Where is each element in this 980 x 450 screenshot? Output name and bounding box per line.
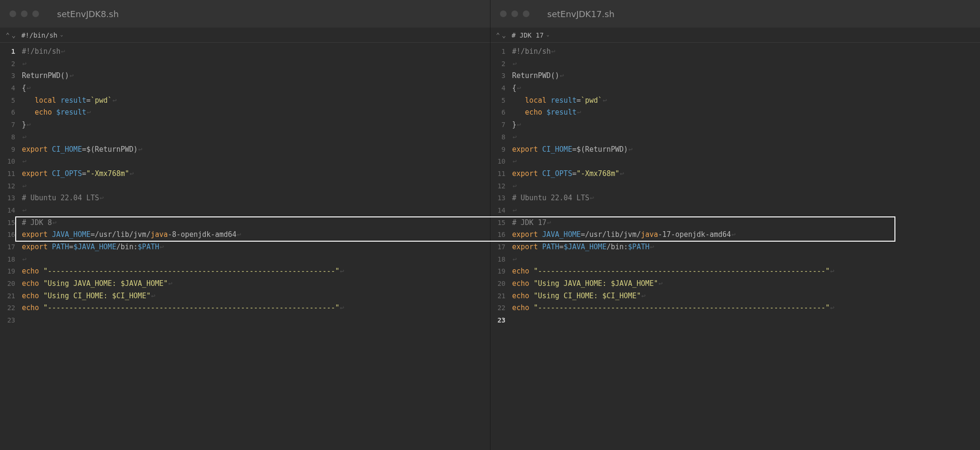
line-number: 19 — [0, 265, 15, 278]
code-editor[interactable]: 1234567891011121314151617181920212223#!/… — [490, 43, 980, 450]
code-line[interactable]: ↩ — [512, 180, 980, 193]
close-icon[interactable] — [500, 10, 507, 17]
line-number: 5 — [490, 95, 506, 107]
line-number-gutter: 1234567891011121314151617181920212223 — [490, 46, 512, 327]
code-line[interactable]: echo $result↩ — [512, 107, 980, 119]
code-line[interactable]: export CI_OPTS="-Xmx768m"↩ — [22, 168, 490, 180]
code-line[interactable]: export PATH=$JAVA_HOME/bin:$PATH↩ — [512, 241, 980, 254]
eol-icon: ↩ — [560, 71, 564, 80]
zoom-icon[interactable] — [523, 10, 529, 17]
eol-icon: ↩ — [830, 303, 835, 312]
code-line[interactable]: # JDK 8↩ — [22, 217, 490, 229]
code-line[interactable] — [512, 314, 980, 327]
code-line[interactable]: {↩ — [512, 82, 980, 95]
file-tab[interactable]: setEnvJDK17.sh — [548, 9, 615, 19]
line-number: 23 — [490, 314, 506, 327]
close-icon[interactable] — [10, 10, 16, 17]
eol-icon: ↩ — [620, 169, 624, 178]
eol-icon: ↩ — [513, 157, 517, 166]
breadcrumb-bar: ⌃ ⌄ #!/bin/sh — [0, 28, 490, 43]
code-line[interactable]: ↩ — [512, 131, 980, 144]
code-line[interactable]: local result=`pwd`↩ — [22, 95, 490, 107]
code-line[interactable]: }↩ — [512, 119, 980, 131]
code-line[interactable]: echo $result↩ — [22, 107, 490, 119]
code-line[interactable]: ↩ — [22, 58, 490, 70]
code-line[interactable]: # Ubuntu 22.04 LTS↩ — [512, 192, 980, 205]
code-line[interactable]: export PATH=$JAVA_HOME/bin:$PATH↩ — [22, 241, 490, 254]
code-line[interactable]: ↩ — [22, 205, 490, 217]
eol-icon: ↩ — [69, 71, 74, 80]
eol-icon: ↩ — [513, 59, 517, 68]
code-line[interactable]: echo "Using JAVA_HOME: $JAVA_HOME"↩ — [512, 278, 980, 290]
code-line[interactable]: echo "----------------------------------… — [22, 265, 490, 278]
line-number: 23 — [0, 314, 15, 327]
breadcrumb-item[interactable]: #!/bin/sh — [21, 31, 63, 39]
code-line[interactable]: # JDK 17↩ — [512, 217, 980, 229]
code-line[interactable]: }↩ — [22, 119, 490, 131]
code-line[interactable]: export JAVA_HOME=/usr/lib/jvm/java-8-ope… — [22, 229, 490, 241]
eol-icon: ↩ — [551, 47, 556, 56]
code-line[interactable]: ↩ — [22, 254, 490, 266]
code-line[interactable] — [22, 314, 490, 327]
tab-bar: setEnvJDK8.sh — [0, 0, 490, 28]
nav-up-icon[interactable]: ⌃ — [496, 31, 500, 39]
code-content[interactable]: #!/bin/sh↩↩ReturnPWD()↩{↩ local result=`… — [22, 46, 490, 327]
line-number: 4 — [490, 82, 506, 95]
code-line[interactable]: ↩ — [512, 58, 980, 70]
code-line[interactable]: ↩ — [22, 180, 490, 193]
code-line[interactable]: ↩ — [22, 131, 490, 144]
line-number: 1 — [490, 46, 506, 58]
code-line[interactable]: ↩ — [512, 254, 980, 266]
minimize-icon[interactable] — [511, 10, 518, 17]
code-line[interactable]: export CI_HOME=$(ReturnPWD)↩ — [22, 144, 490, 156]
traffic-lights — [10, 10, 39, 17]
eol-icon: ↩ — [27, 120, 31, 129]
line-number: 9 — [490, 144, 506, 156]
code-line[interactable]: local result=`pwd`↩ — [512, 95, 980, 107]
nav-down-icon[interactable]: ⌄ — [11, 31, 15, 39]
line-number: 2 — [0, 58, 15, 70]
code-line[interactable]: echo "Using CI_HOME: $CI_HOME"↩ — [512, 290, 980, 303]
code-line[interactable]: echo "----------------------------------… — [22, 302, 490, 314]
line-number: 1 — [0, 46, 15, 58]
code-content[interactable]: #!/bin/sh↩↩ReturnPWD()↩{↩ local result=`… — [512, 46, 980, 327]
line-number: 13 — [0, 192, 15, 205]
nav-up-icon[interactable]: ⌃ — [6, 31, 10, 39]
minimize-icon[interactable] — [21, 10, 28, 17]
eol-icon: ↩ — [513, 206, 517, 215]
code-line[interactable]: {↩ — [22, 82, 490, 95]
line-number: 5 — [0, 95, 15, 107]
line-number: 14 — [490, 205, 506, 217]
code-editor[interactable]: 1234567891011121314151617181920212223#!/… — [0, 43, 490, 450]
eol-icon: ↩ — [650, 243, 654, 251]
eol-icon: ↩ — [22, 255, 27, 264]
code-line[interactable]: export CI_HOME=$(ReturnPWD)↩ — [512, 144, 980, 156]
code-line[interactable]: ReturnPWD()↩ — [22, 70, 490, 82]
code-line[interactable]: #!/bin/sh↩ — [512, 46, 980, 58]
code-line[interactable]: #!/bin/sh↩ — [22, 46, 490, 58]
line-number: 22 — [490, 302, 506, 314]
eol-icon: ↩ — [590, 194, 594, 202]
nav-down-icon[interactable]: ⌄ — [502, 31, 506, 39]
zoom-icon[interactable] — [32, 10, 39, 17]
line-number: 15 — [490, 217, 506, 229]
code-line[interactable]: ↩ — [512, 156, 980, 168]
code-line[interactable]: echo "----------------------------------… — [512, 265, 980, 278]
code-line[interactable]: ↩ — [512, 205, 980, 217]
line-number: 21 — [490, 290, 506, 303]
code-line[interactable]: ReturnPWD()↩ — [512, 70, 980, 82]
eol-icon: ↩ — [52, 218, 57, 227]
line-number: 6 — [0, 107, 15, 119]
breadcrumb-item[interactable]: # JDK 17 — [511, 31, 549, 39]
code-line[interactable]: export CI_OPTS="-Xmx768m"↩ — [512, 168, 980, 180]
line-number: 7 — [0, 119, 15, 131]
line-number: 4 — [0, 82, 15, 95]
code-line[interactable]: echo "----------------------------------… — [512, 302, 980, 314]
eol-icon: ↩ — [61, 47, 65, 56]
code-line[interactable]: ↩ — [22, 156, 490, 168]
code-line[interactable]: export JAVA_HOME=/usr/lib/jvm/java-17-op… — [512, 229, 980, 241]
code-line[interactable]: echo "Using CI_HOME: $CI_HOME"↩ — [22, 290, 490, 303]
code-line[interactable]: # Ubuntu 22.04 LTS↩ — [22, 192, 490, 205]
file-tab[interactable]: setEnvJDK8.sh — [57, 9, 119, 19]
code-line[interactable]: echo "Using JAVA_HOME: $JAVA_HOME"↩ — [22, 278, 490, 290]
